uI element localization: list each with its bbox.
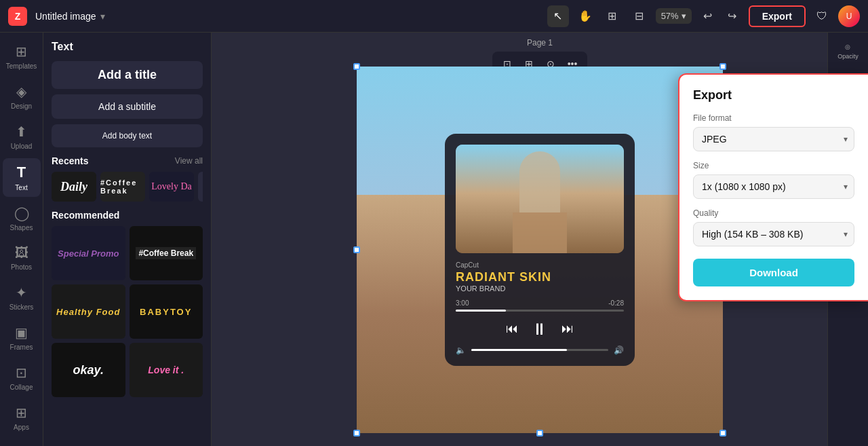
template-babytoy[interactable]: BABYTOY <box>130 284 203 339</box>
design-icon: ◈ <box>16 83 26 100</box>
template-special-promo[interactable]: Special Promo <box>52 226 125 280</box>
recents-header: Recents View all <box>52 155 203 166</box>
resize-handle-tl[interactable] <box>353 63 360 70</box>
player-album-art <box>456 145 624 253</box>
select-tool-button[interactable]: ↖ <box>547 5 569 27</box>
text-panel: Text Add a title Add a subtitle Add body… <box>43 33 212 446</box>
sidebar-item-label: Text <box>15 184 27 191</box>
player-controls: ⏮ ⏸ ⏭ <box>456 320 624 339</box>
stickers-icon: ✦ <box>16 284 27 301</box>
canvas-content[interactable]: CapCut RADIANT SKIN YOUR BRAND 3:00 -0:2… <box>357 67 723 433</box>
recents-row: Daily #Coffee Break Lovely Da › <box>52 172 203 202</box>
quality-select[interactable]: Low Medium High (154 KB – 308 KB) <box>693 222 854 246</box>
templates-icon: ⊞ <box>16 43 27 60</box>
view-all-button[interactable]: View all <box>175 156 203 166</box>
export-button[interactable]: Export <box>749 5 806 27</box>
add-subtitle-button[interactable]: Add a subtitle <box>52 94 203 119</box>
layout-tool-button[interactable]: ⊞ <box>601 5 623 27</box>
player-volume-fill <box>471 349 567 351</box>
undo-button[interactable]: ↩ <box>697 5 719 27</box>
sidebar-icons: ⊞ Templates ◈ Design ⬆ Upload T Text ◯ S… <box>0 33 43 446</box>
export-panel: Export File format JPEG PNG PDF SVG GIF … <box>678 73 868 301</box>
recent-item-daily[interactable]: Daily <box>52 172 96 202</box>
apps-icon: ⊞ <box>16 405 27 421</box>
canvas-area: Page 1 ⊡ ⊞ ⊙ ••• <box>212 33 868 446</box>
resize-handle-br[interactable] <box>719 430 726 436</box>
daily-text-preview: Daily <box>60 180 87 194</box>
sidebar-item-shapes[interactable]: ◯ Shapes <box>3 200 41 237</box>
quality-select-wrapper: Low Medium High (154 KB – 308 KB) ▾ <box>693 222 854 246</box>
shapes-icon: ◯ <box>14 205 29 221</box>
photos-icon: 🖼 <box>15 245 28 261</box>
sidebar-item-label: Apps <box>14 424 29 431</box>
template-okay[interactable]: okay. <box>52 343 125 397</box>
player-forward-icon[interactable]: ⏭ <box>561 322 574 336</box>
main-layout: ⊞ Templates ◈ Design ⬆ Upload T Text ◯ S… <box>0 33 868 446</box>
music-player: CapCut RADIANT SKIN YOUR BRAND 3:00 -0:2… <box>445 134 635 366</box>
recommended-title: Recommended <box>52 210 119 221</box>
grid-tool-button[interactable]: ⊟ <box>629 5 650 27</box>
sidebar-item-stickers[interactable]: ✦ Stickers <box>3 279 41 316</box>
recent-item-lovely[interactable]: Lovely Da <box>149 172 194 202</box>
shield-icon: 🛡 <box>811 5 833 27</box>
canvas-image: CapCut RADIANT SKIN YOUR BRAND 3:00 -0:2… <box>357 67 723 433</box>
resize-handle-lm[interactable] <box>353 246 360 253</box>
template-coffee-break[interactable]: #Coffee Break <box>130 226 203 280</box>
sidebar-item-label: Photos <box>11 263 32 271</box>
page-label: Page 1 <box>527 38 553 48</box>
opacity-icon: ◎ <box>845 43 850 50</box>
collage-icon: ⊡ <box>16 365 27 381</box>
app-logo[interactable]: Z <box>8 7 27 26</box>
text-panel-title: Text <box>52 41 203 53</box>
export-title: Export <box>693 88 854 103</box>
template-love-it[interactable]: Love it . <box>130 343 203 397</box>
document-title[interactable]: Untitled image ▾ <box>35 11 105 22</box>
avatar[interactable]: U <box>838 5 860 27</box>
upload-icon: ⬆ <box>16 124 27 140</box>
opacity-label: Opacity <box>837 53 859 60</box>
player-pause-icon[interactable]: ⏸ <box>532 320 548 339</box>
player-rewind-icon[interactable]: ⏮ <box>506 322 518 336</box>
file-format-label: File format <box>693 113 854 123</box>
zoom-control[interactable]: Page 1 57% ▾ <box>656 8 692 24</box>
coffee-text-preview: #Coffee Break <box>100 179 145 195</box>
sidebar-item-frames[interactable]: ▣ Frames <box>3 319 41 356</box>
resize-handle-tr[interactable] <box>719 63 726 70</box>
add-body-button[interactable]: Add body text <box>52 124 203 147</box>
sidebar-item-label: Frames <box>10 343 33 351</box>
lovely-text-preview: Lovely Da <box>151 181 191 192</box>
download-button[interactable]: Download <box>693 259 854 286</box>
file-format-select[interactable]: JPEG PNG PDF SVG GIF MP4 <box>693 127 854 151</box>
resize-handle-bl[interactable] <box>353 430 360 436</box>
redo-button[interactable]: ↪ <box>722 5 743 27</box>
player-progress-fill <box>456 310 506 312</box>
sidebar-item-apps[interactable]: ⊞ Apps <box>3 399 41 436</box>
sidebar-item-label: Templates <box>6 62 37 70</box>
move-tool-button[interactable]: ✋ <box>574 5 596 27</box>
player-subtitle: YOUR BRAND <box>456 284 624 293</box>
size-select[interactable]: 1x (1080 x 1080 px) 2x (2160 x 2160 px) … <box>693 174 854 199</box>
volume-high-icon: 🔊 <box>614 346 624 355</box>
sidebar-item-collage[interactable]: ⊡ Collage <box>3 359 41 396</box>
volume-icon: 🔈 <box>456 346 466 355</box>
sidebar-item-label: Upload <box>11 143 33 150</box>
player-volume-bar <box>471 349 608 351</box>
topbar-tools: ↖ ✋ ⊞ ⊟ Page 1 57% ▾ ↩ ↪ Export 🛡 U <box>547 5 860 27</box>
add-title-button[interactable]: Add a title <box>52 61 203 89</box>
sidebar-item-photos[interactable]: 🖼 Photos <box>3 240 41 276</box>
opacity-control[interactable]: ◎ Opacity <box>835 38 861 65</box>
title-chevron-icon: ▾ <box>100 11 105 22</box>
sidebar-item-label: Collage <box>10 384 33 391</box>
sidebar-item-templates[interactable]: ⊞ Templates <box>3 38 41 75</box>
player-title: RADIANT SKIN <box>456 270 624 284</box>
sidebar-item-text[interactable]: T Text <box>3 158 41 197</box>
sidebar-item-design[interactable]: ◈ Design <box>3 78 41 115</box>
frames-icon: ▣ <box>15 324 28 341</box>
resize-handle-bm[interactable] <box>536 430 543 436</box>
recents-nav-next[interactable]: › <box>198 172 203 202</box>
sidebar-item-upload[interactable]: ⬆ Upload <box>3 118 41 155</box>
template-healthy-food[interactable]: Healthy Food <box>52 284 125 339</box>
text-icon: T <box>17 164 26 181</box>
recent-item-coffee[interactable]: #Coffee Break <box>100 172 145 202</box>
templates-grid: Special Promo #Coffee Break Healthy Food… <box>52 226 203 397</box>
